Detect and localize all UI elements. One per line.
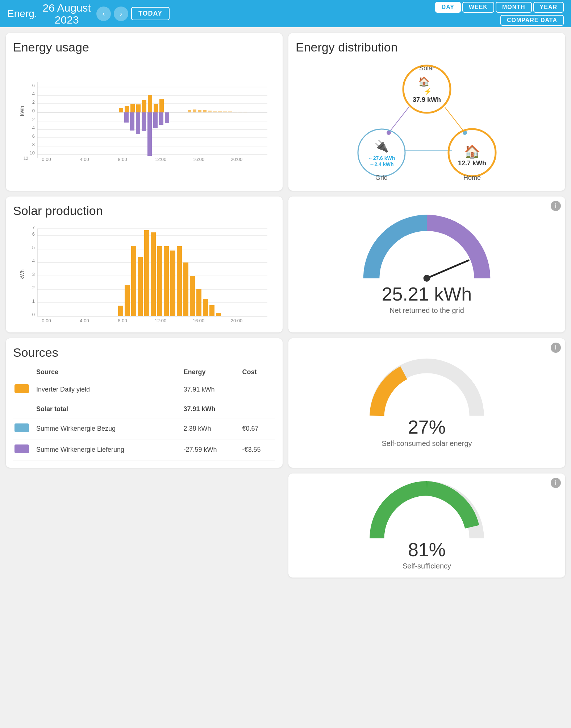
svg-rect-28 — [130, 104, 135, 112]
period-buttons: DAY WEEK MONTH YEAR — [435, 2, 564, 13]
svg-text:🔌: 🔌 — [374, 139, 389, 153]
source-energy: 2.38 kWh — [182, 418, 241, 439]
table-row: Summe Wirkenergie Bezug2.38 kWh€0.67 — [13, 418, 275, 439]
svg-text:6: 6 — [32, 133, 35, 139]
color-swatch-box — [14, 444, 29, 453]
period-week-button[interactable]: WEEK — [462, 2, 494, 13]
self-consumed-value: 27% — [382, 416, 472, 438]
compare-data-button[interactable]: COMPARE DATA — [500, 15, 564, 26]
svg-rect-105 — [216, 313, 221, 316]
sources-card: Sources Source Energy Cost Inverter Dail… — [6, 338, 283, 468]
solar-production-card: Solar production kWh 0 1 2 3 4 5 6 7 — [6, 197, 283, 332]
source-color-swatch — [13, 439, 35, 460]
svg-text:4: 4 — [32, 91, 35, 96]
svg-rect-102 — [196, 289, 201, 316]
svg-rect-46 — [124, 112, 129, 123]
svg-rect-45 — [243, 112, 247, 112]
source-cost: -€3.55 — [241, 439, 275, 460]
svg-rect-36 — [198, 110, 201, 112]
svg-rect-41 — [223, 111, 227, 112]
svg-rect-90 — [118, 306, 123, 316]
next-button[interactable]: › — [114, 7, 128, 21]
prev-button[interactable]: ‹ — [96, 7, 111, 21]
self-sufficiency-card: i 81% Self-sufficiency — [288, 473, 565, 578]
svg-text:4: 4 — [32, 125, 35, 131]
color-swatch-box — [14, 384, 29, 393]
svg-text:20:00: 20:00 — [231, 318, 243, 323]
home-value: 12.7 kWh — [458, 160, 486, 167]
period-month-button[interactable]: MONTH — [496, 2, 532, 13]
date-display: 26 August 2023 — [43, 2, 91, 26]
energy-usage-title: Energy usage — [13, 40, 275, 54]
header-left: Energ. 26 August 2023 ‹ › TODAY — [7, 2, 170, 26]
grid-from: ←27.6 kWh — [368, 155, 395, 161]
svg-point-63 — [358, 129, 405, 176]
svg-text:20:00: 20:00 — [231, 157, 243, 162]
grid-to: →2.4 kWh — [370, 161, 394, 167]
svg-text:2: 2 — [32, 99, 35, 105]
energy-distribution-title: Energy distribution — [296, 40, 558, 54]
source-energy: -27.59 kWh — [182, 439, 241, 460]
svg-rect-44 — [238, 112, 242, 112]
energy-distribution-card: Energy distribution 🏠 ⚡ 37.9 kWh Solar 🔌 — [288, 33, 565, 191]
svg-rect-96 — [157, 246, 162, 316]
svg-text:🏠: 🏠 — [464, 144, 480, 160]
svg-rect-49 — [142, 112, 146, 131]
energy-usage-svg: kWh 0 2 4 6 2 4 6 8 10 12 — [13, 60, 275, 162]
source-name: Inverter Daily yield — [35, 379, 182, 400]
svg-text:1: 1 — [32, 298, 35, 304]
app-title: Energ. — [7, 8, 37, 20]
svg-rect-32 — [154, 104, 158, 112]
svg-line-59 — [445, 107, 465, 133]
app-header: Energ. 26 August 2023 ‹ › TODAY DAY WEEK… — [0, 0, 571, 27]
today-button[interactable]: TODAY — [131, 7, 170, 20]
source-color-swatch — [13, 400, 35, 418]
svg-text:kWh: kWh — [19, 106, 25, 116]
svg-rect-93 — [138, 257, 143, 316]
solar-production-title: Solar production — [13, 204, 275, 218]
svg-line-58 — [389, 107, 409, 133]
svg-text:10: 10 — [30, 150, 35, 156]
col-source-name: Source — [35, 365, 182, 379]
source-cost — [241, 379, 275, 400]
svg-text:4: 4 — [32, 258, 35, 264]
svg-rect-91 — [125, 285, 130, 316]
svg-text:0:00: 0:00 — [42, 318, 51, 323]
svg-rect-94 — [144, 230, 149, 316]
svg-rect-99 — [177, 246, 182, 316]
period-year-button[interactable]: YEAR — [533, 2, 564, 13]
svg-text:8:00: 8:00 — [118, 157, 127, 162]
header-right: DAY WEEK MONTH YEAR COMPARE DATA — [435, 2, 564, 26]
svg-rect-31 — [148, 95, 152, 112]
svg-rect-35 — [193, 109, 196, 112]
svg-rect-47 — [130, 112, 134, 131]
color-swatch-box — [14, 423, 29, 432]
svg-rect-48 — [136, 112, 140, 134]
self-consumed-label: Self-consumed solar energy — [382, 439, 472, 448]
period-day-button[interactable]: DAY — [435, 2, 461, 13]
self-sufficiency-info-icon[interactable]: i — [551, 478, 561, 488]
net-returned-gauge — [354, 214, 499, 287]
svg-text:⚡: ⚡ — [424, 87, 432, 95]
col-cost: Cost — [241, 365, 275, 379]
svg-line-107 — [427, 260, 468, 278]
source-energy: 37.91 kWh — [182, 400, 241, 418]
self-consumed-info-icon[interactable]: i — [551, 343, 561, 353]
svg-rect-27 — [125, 106, 129, 112]
svg-text:12:00: 12:00 — [155, 318, 167, 323]
svg-rect-103 — [203, 299, 208, 316]
svg-rect-29 — [136, 104, 141, 112]
svg-text:6: 6 — [32, 83, 35, 88]
net-returned-info-icon[interactable]: i — [551, 201, 561, 211]
grid-label: Grid — [375, 174, 388, 181]
svg-text:5: 5 — [32, 245, 35, 250]
svg-rect-53 — [165, 112, 169, 123]
source-name: Summe Wirkenergie Bezug — [35, 418, 182, 439]
svg-rect-38 — [208, 111, 212, 112]
net-returned-label: Net returned to the grid — [382, 306, 472, 315]
solar-value: 37.9 kWh — [413, 96, 441, 103]
sources-title: Sources — [13, 346, 275, 360]
svg-rect-37 — [203, 110, 207, 112]
svg-rect-101 — [190, 276, 195, 316]
svg-text:2: 2 — [32, 117, 35, 122]
